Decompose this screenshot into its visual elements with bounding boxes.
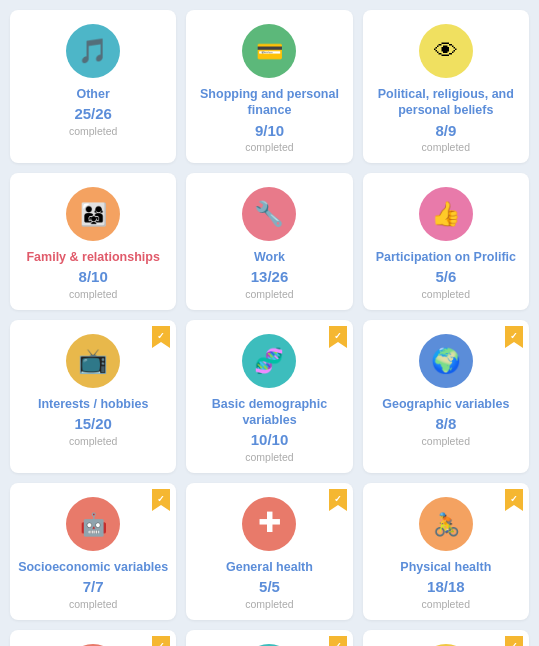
svg-text:✓: ✓ [157, 494, 165, 504]
interests-icon: 📺 [66, 334, 120, 388]
card-status-family: completed [69, 288, 117, 300]
card-progress-physical-health: 18/18 [427, 579, 465, 596]
card-progress-other: 25/26 [74, 106, 112, 123]
card-progress-political: 8/9 [435, 123, 456, 140]
card-socioeconomic[interactable]: 🤖 Socioeconomic variables 7/7 completed … [10, 483, 176, 620]
card-progress-shopping: 9/10 [255, 123, 284, 140]
svg-text:✓: ✓ [157, 641, 165, 647]
card-basic-demo[interactable]: 🧬 Basic demographic variables 10/10 comp… [186, 320, 352, 473]
card-status-shopping: completed [245, 141, 293, 153]
card-progress-interests: 15/20 [74, 416, 112, 433]
card-progress-basic-demo: 10/10 [251, 432, 289, 449]
card-education[interactable]: 🎓 Education 3/3 completed ✓ [186, 630, 352, 647]
card-family[interactable]: 👨‍👩‍👧 Family & relationships 8/10 comple… [10, 173, 176, 310]
card-interests[interactable]: 📺 Interests / hobbies 15/20 completed ✓ [10, 320, 176, 473]
card-progress-geographic: 8/8 [435, 416, 456, 433]
shopping-icon: 💳 [242, 24, 296, 78]
card-progress-family: 8/10 [79, 269, 108, 286]
badge-languages: ✓ [505, 636, 523, 647]
card-title-family[interactable]: Family & relationships [26, 249, 159, 265]
badge-basic-demo: ✓ [329, 326, 347, 348]
svg-text:👨‍👩‍👧: 👨‍👩‍👧 [80, 201, 108, 228]
svg-text:🔧: 🔧 [254, 199, 284, 228]
svg-text:💳: 💳 [256, 38, 284, 65]
card-physical-health[interactable]: 🚴 Physical health 18/18 completed ✓ [363, 483, 529, 620]
card-title-shopping[interactable]: Shopping and personal finance [194, 86, 344, 119]
card-status-physical-health: completed [422, 598, 470, 610]
svg-text:🚴: 🚴 [432, 511, 460, 538]
card-title-geographic[interactable]: Geographic variables [382, 396, 509, 412]
card-title-interests[interactable]: Interests / hobbies [38, 396, 148, 412]
card-title-physical-health[interactable]: Physical health [400, 559, 491, 575]
badge-mental-health: ✓ [152, 636, 170, 647]
svg-text:✓: ✓ [510, 494, 518, 504]
card-status-political: completed [422, 141, 470, 153]
card-work[interactable]: 🔧 Work 13/26 completed [186, 173, 352, 310]
card-title-work[interactable]: Work [254, 249, 285, 265]
svg-text:✓: ✓ [334, 641, 342, 647]
badge-physical-health: ✓ [505, 489, 523, 511]
card-progress-general-health: 5/5 [259, 579, 280, 596]
card-status-other: completed [69, 125, 117, 137]
card-title-other[interactable]: Other [76, 86, 109, 102]
badge-general-health: ✓ [329, 489, 347, 511]
general-health-icon: ✚ [242, 497, 296, 551]
badge-education: ✓ [329, 636, 347, 647]
card-progress-participation: 5/6 [435, 269, 456, 286]
svg-text:✓: ✓ [510, 331, 518, 341]
svg-text:✓: ✓ [157, 331, 165, 341]
svg-text:👍: 👍 [431, 199, 461, 228]
card-title-basic-demo[interactable]: Basic demographic variables [194, 396, 344, 429]
card-progress-work: 13/26 [251, 269, 289, 286]
categories-grid: 🎵 Other 25/26 completed 💳 Shopping and p… [10, 10, 529, 646]
card-status-general-health: completed [245, 598, 293, 610]
card-status-interests: completed [69, 435, 117, 447]
svg-text:✓: ✓ [334, 331, 342, 341]
card-shopping[interactable]: 💳 Shopping and personal finance 9/10 com… [186, 10, 352, 163]
family-icon: 👨‍👩‍👧 [66, 187, 120, 241]
card-title-socioeconomic[interactable]: Socioeconomic variables [18, 559, 168, 575]
card-title-general-health[interactable]: General health [226, 559, 313, 575]
card-general-health[interactable]: ✚ General health 5/5 completed ✓ [186, 483, 352, 620]
political-icon: 👁 [419, 24, 473, 78]
other-icon: 🎵 [66, 24, 120, 78]
svg-text:🧬: 🧬 [254, 346, 284, 375]
card-progress-socioeconomic: 7/7 [83, 579, 104, 596]
participation-icon: 👍 [419, 187, 473, 241]
card-participation[interactable]: 👍 Participation on Prolific 5/6 complete… [363, 173, 529, 310]
svg-text:📺: 📺 [78, 346, 108, 375]
svg-text:🌍: 🌍 [431, 346, 461, 375]
card-languages[interactable]: 💬 Languages 6/6 completed ✓ [363, 630, 529, 647]
svg-text:🤖: 🤖 [80, 511, 108, 538]
svg-text:👁: 👁 [434, 37, 458, 64]
geographic-icon: 🌍 [419, 334, 473, 388]
svg-text:🎵: 🎵 [78, 36, 108, 65]
card-status-socioeconomic: completed [69, 598, 117, 610]
card-title-political[interactable]: Political, religious, and personal belie… [371, 86, 521, 119]
card-geographic[interactable]: 🌍 Geographic variables 8/8 completed ✓ [363, 320, 529, 473]
card-status-participation: completed [422, 288, 470, 300]
card-status-work: completed [245, 288, 293, 300]
work-icon: 🔧 [242, 187, 296, 241]
badge-socioeconomic: ✓ [152, 489, 170, 511]
card-status-geographic: completed [422, 435, 470, 447]
card-other[interactable]: 🎵 Other 25/26 completed [10, 10, 176, 163]
basic-demo-icon: 🧬 [242, 334, 296, 388]
socioeconomic-icon: 🤖 [66, 497, 120, 551]
physical-health-icon: 🚴 [419, 497, 473, 551]
svg-text:✚: ✚ [258, 507, 281, 538]
card-status-basic-demo: completed [245, 451, 293, 463]
badge-geographic: ✓ [505, 326, 523, 348]
card-political[interactable]: 👁 Political, religious, and personal bel… [363, 10, 529, 163]
card-mental-health[interactable]: 🧠 Mental health 5/5 completed ✓ [10, 630, 176, 647]
svg-text:✓: ✓ [334, 494, 342, 504]
badge-interests: ✓ [152, 326, 170, 348]
card-title-participation[interactable]: Participation on Prolific [376, 249, 516, 265]
svg-text:✓: ✓ [510, 641, 518, 647]
